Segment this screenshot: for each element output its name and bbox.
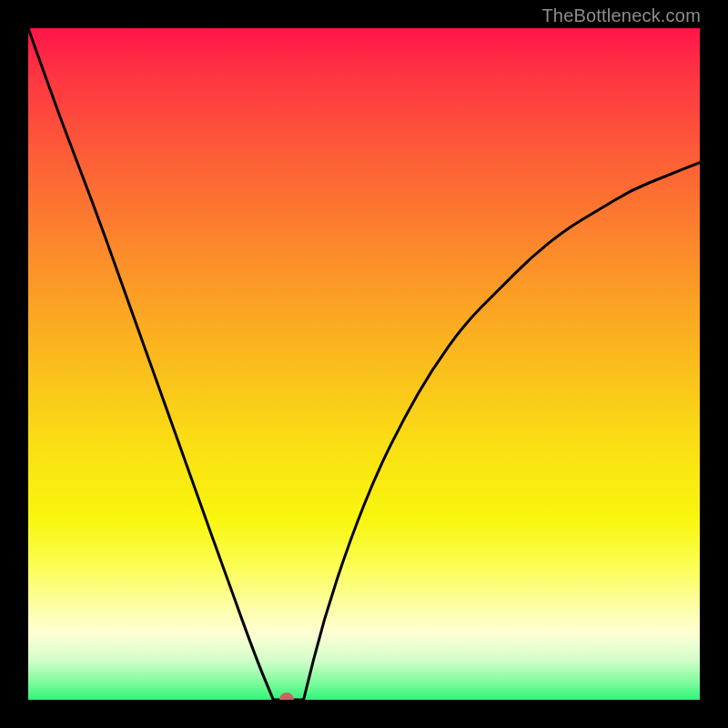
chart-container: TheBottleneck.com [0,0,728,728]
plot-area [28,28,700,700]
watermark-text: TheBottleneck.com [541,5,701,26]
gradient-background [28,28,700,700]
